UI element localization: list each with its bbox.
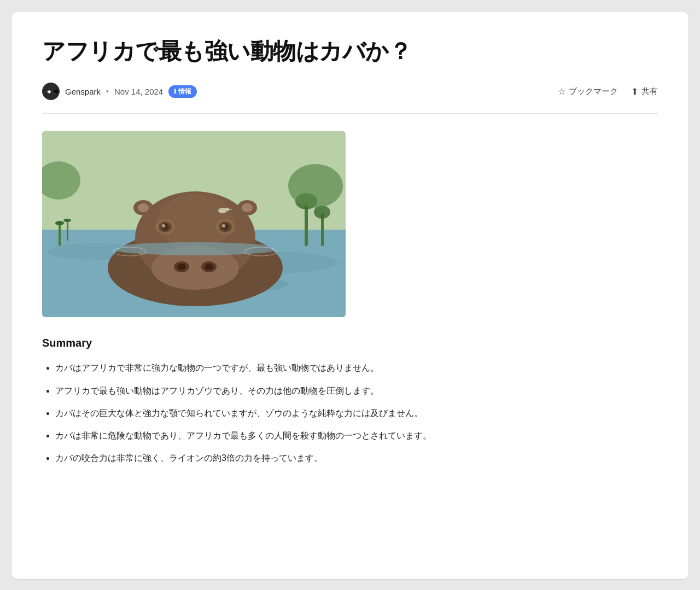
author-name: Genspark xyxy=(65,87,101,96)
bookmark-icon: ☆ xyxy=(558,86,565,97)
author-avatar: ✦ xyxy=(42,83,60,100)
list-item: アフリカで最も強い動物はアフリカゾウであり、その力は他の動物を圧倒します。 xyxy=(55,383,658,398)
hero-image-container xyxy=(42,131,658,317)
svg-point-39 xyxy=(288,164,343,208)
meta-left: ✦ Genspark • Nov 14, 2024 ℹ 情報 xyxy=(42,83,197,100)
svg-point-30 xyxy=(224,208,230,211)
info-badge[interactable]: ℹ 情報 xyxy=(168,85,197,98)
bookmark-button[interactable]: ☆ ブックマーク xyxy=(558,86,618,97)
publish-date: Nov 14, 2024 xyxy=(114,87,163,96)
meta-bar: ✦ Genspark • Nov 14, 2024 ℹ 情報 ☆ ブックマーク … xyxy=(42,83,658,114)
meta-right: ☆ ブックマーク ⬆ 共有 xyxy=(558,86,658,97)
list-item: カバはアフリカで非常に強力な動物の一つですが、最も強い動物ではありません。 xyxy=(55,360,658,375)
info-icon: ℹ xyxy=(174,88,176,95)
svg-rect-5 xyxy=(59,224,61,246)
share-label: 共有 xyxy=(641,86,658,97)
hero-image xyxy=(42,131,346,317)
share-button[interactable]: ⬆ 共有 xyxy=(631,86,658,97)
svg-point-27 xyxy=(242,203,253,212)
svg-point-14 xyxy=(177,264,186,270)
svg-point-8 xyxy=(63,219,71,222)
hippo-illustration xyxy=(42,131,346,317)
badge-label: 情報 xyxy=(178,87,191,96)
svg-point-15 xyxy=(205,264,213,270)
summary-heading: Summary xyxy=(42,337,658,349)
svg-point-25 xyxy=(138,203,149,212)
article-container: アフリカで最も強い動物はカバか？ ✦ Genspark • Nov 14, 20… xyxy=(11,11,689,580)
share-icon: ⬆ xyxy=(631,86,638,97)
svg-rect-6 xyxy=(67,221,68,241)
svg-point-28 xyxy=(157,194,234,249)
list-item: カバは非常に危険な動物であり、アフリカで最も多くの人間を殺す動物の一つとされてい… xyxy=(55,428,658,443)
list-item: カバはその巨大な体と強力な顎で知られていますが、ゾウのような純粋な力には及びませ… xyxy=(55,406,658,420)
summary-section: Summary カバはアフリカで非常に強力な動物の一つですが、最も強い動物ではあ… xyxy=(42,337,658,465)
bookmark-label: ブックマーク xyxy=(569,86,618,97)
article-title: アフリカで最も強い動物はカバか？ xyxy=(42,38,658,65)
genspark-icon: ✦ xyxy=(46,86,56,96)
summary-list: カバはアフリカで非常に強力な動物の一つですが、最も強い動物ではありません。アフリ… xyxy=(42,360,658,465)
svg-point-7 xyxy=(55,221,64,225)
meta-separator: • xyxy=(106,87,109,96)
svg-point-32 xyxy=(110,242,280,255)
list-item: カバの咬合力は非常に強く、ライオンの約3倍の力を持っています。 xyxy=(55,451,658,465)
